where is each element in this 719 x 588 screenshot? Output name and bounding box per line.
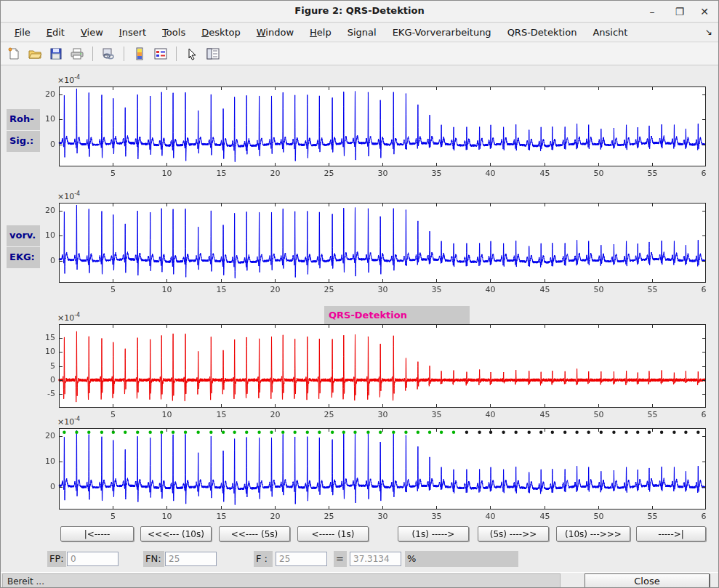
maximize-icon[interactable]: ❐ [670, 4, 689, 20]
fn-label: FN: [143, 551, 164, 567]
percent-label: % [405, 551, 518, 567]
menu-item-file[interactable]: File [7, 25, 39, 40]
status-text: Bereit ... [2, 573, 561, 588]
print-figure-icon[interactable] [70, 47, 84, 61]
y-exponent-label: ×10-4 [57, 190, 80, 201]
back-10s-button[interactable]: <<<--- (10s) [140, 526, 212, 541]
status-bar: Bereit ... Close [1, 572, 719, 588]
menu-item-signal[interactable]: Signal [340, 25, 385, 40]
result-input[interactable] [350, 552, 401, 566]
minimize-icon[interactable]: – [643, 4, 662, 20]
qrs-plot-title-box: QRS-Detektion [324, 306, 470, 326]
title-bar: Figure 2: QRS-Detektion – ❐ ✕ [1, 1, 718, 23]
jump-end-button[interactable]: ----->| [636, 526, 706, 541]
figure-canvas-area: ×10-4 ×10-4 ×10-4 ×10-4 Roh- Sig.: vorv.… [1, 65, 719, 524]
f-label: F : [254, 551, 273, 567]
plot-tools-icon[interactable] [206, 47, 220, 61]
qrs-plot-title: QRS-Detektion [324, 306, 470, 321]
menu-item-ansicht[interactable]: Ansicht [585, 25, 635, 40]
fp-label: FP: [47, 551, 66, 567]
y-exponent-label: ×10-4 [57, 312, 80, 323]
menu-bar: FileEditViewInsertToolsDesktopWindowHelp… [1, 23, 718, 42]
edit-plot-icon[interactable] [185, 47, 199, 61]
y-exponent-label: ×10-4 [57, 74, 80, 85]
toolbar-separator [124, 47, 124, 61]
forward-1s-button[interactable]: (1s) -----> [398, 526, 469, 541]
preprocessed-ecg-plot [34, 203, 706, 300]
insert-legend-icon[interactable] [153, 47, 168, 61]
jump-start-button[interactable]: |<----- [60, 526, 134, 541]
toolbar-separator [176, 47, 177, 61]
insert-colorbar-icon[interactable] [132, 47, 147, 61]
f-input[interactable] [276, 552, 327, 566]
menu-overflow-icon[interactable]: ↘ [705, 27, 712, 37]
forward-10s-button[interactable]: (10s) --->>> [556, 526, 630, 541]
back-5s-button[interactable]: <<---- (5s) [219, 526, 290, 541]
open-file-icon[interactable] [28, 47, 42, 61]
menu-item-ekg-vorverarbeitung[interactable]: EKG-Vorverarbeitung [385, 25, 499, 40]
save-figure-icon[interactable] [49, 47, 63, 61]
menu-item-insert[interactable]: Insert [111, 25, 154, 40]
menu-item-qrs-detektion[interactable]: QRS-Detektion [499, 25, 585, 40]
toolbar-separator [92, 47, 93, 61]
new-figure-icon[interactable] [7, 47, 21, 61]
menu-item-edit[interactable]: Edit [39, 25, 73, 40]
close-button[interactable]: Close [585, 573, 710, 588]
fp-input[interactable] [67, 552, 119, 566]
qrs-detection-plot [34, 324, 706, 425]
equals-label: = [334, 551, 347, 567]
detected-beats-plot [34, 428, 706, 527]
raw-ecg-plot [34, 86, 706, 184]
menu-item-desktop[interactable]: Desktop [193, 25, 249, 40]
menu-item-window[interactable]: Window [249, 25, 302, 40]
window-title: Figure 2: QRS-Detektion [1, 5, 718, 16]
forward-5s-button[interactable]: (5s) ---->> [478, 526, 549, 541]
menu-item-view[interactable]: View [73, 25, 111, 40]
fn-input[interactable] [165, 552, 217, 566]
menu-item-tools[interactable]: Tools [154, 25, 193, 40]
close-icon[interactable]: ✕ [695, 4, 714, 20]
link-plot-icon[interactable] [101, 47, 116, 61]
toolbar [1, 43, 718, 65]
figure-window: Figure 2: QRS-Detektion – ❐ ✕ FileEditVi… [0, 0, 719, 588]
menu-item-help[interactable]: Help [302, 25, 340, 40]
back-1s-button[interactable]: <----- (1s) [297, 526, 369, 541]
